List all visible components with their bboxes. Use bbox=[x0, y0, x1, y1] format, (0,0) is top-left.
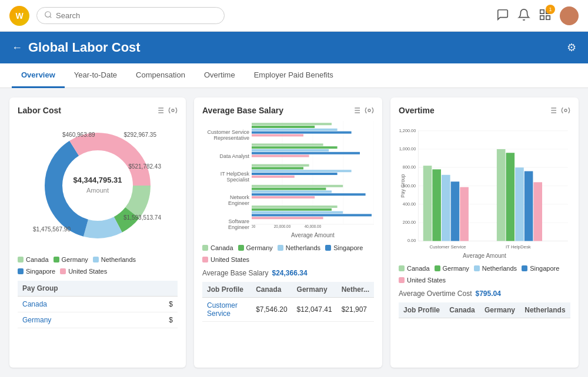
app-logo[interactable]: W bbox=[9, 6, 29, 26]
pay-group-table: Pay Group Canada $ Germany $ bbox=[18, 281, 178, 328]
tab-year-to-date[interactable]: Year-to-Date bbox=[65, 63, 126, 88]
tab-bar: Overview Year-to-Date Compensation Overt… bbox=[0, 63, 588, 88]
svg-text:0.00: 0.00 bbox=[407, 238, 416, 243]
svg-rect-45 bbox=[252, 173, 338, 175]
svg-rect-3 bbox=[540, 16, 544, 19]
svg-rect-90 bbox=[515, 167, 524, 241]
pay-group-germany-link[interactable]: Germany bbox=[22, 316, 51, 324]
legend-us: United States bbox=[60, 268, 107, 275]
overtime-chart-area: 0.00 200.00 400.00 600.00 800.00 1,000.0… bbox=[399, 121, 570, 259]
svg-text:$4,344,795.31: $4,344,795.31 bbox=[73, 176, 122, 184]
svg-rect-39 bbox=[252, 149, 329, 152]
svg-rect-44 bbox=[252, 170, 352, 172]
overtime-canada-col: Canada bbox=[445, 302, 480, 318]
legend-singapore: Singapore bbox=[18, 268, 55, 275]
svg-text:20,000.00: 20,000.00 bbox=[274, 224, 291, 228]
search-box[interactable] bbox=[36, 7, 225, 24]
overtime-chart-svg: 0.00 200.00 400.00 600.00 800.00 1,000.0… bbox=[399, 121, 570, 250]
legend-dot-netherlands bbox=[93, 257, 99, 262]
svg-rect-55 bbox=[252, 214, 372, 216]
svg-rect-38 bbox=[252, 146, 338, 149]
svg-text:800.00: 800.00 bbox=[403, 164, 416, 170]
overtime-germany-col: Germany bbox=[480, 302, 520, 318]
svg-rect-4 bbox=[546, 16, 550, 19]
svg-point-11 bbox=[172, 109, 174, 112]
svg-rect-46 bbox=[252, 176, 295, 178]
table-row: Canada $ bbox=[18, 297, 178, 312]
labor-cost-icons[interactable] bbox=[155, 106, 178, 115]
germany-col: Germany bbox=[292, 282, 337, 298]
svg-text:40,000.00: 40,000.00 bbox=[305, 224, 322, 228]
apps-icon[interactable]: 1 bbox=[539, 8, 552, 23]
svg-rect-53 bbox=[252, 208, 332, 211]
svg-text:Specialist: Specialist bbox=[509, 249, 529, 250]
apps-badge: 1 bbox=[546, 5, 555, 14]
tab-overview[interactable]: Overview bbox=[12, 63, 65, 88]
canada-val: $7,546.20 bbox=[251, 298, 292, 322]
bar-chart-container: 0.00 20,000.00 40,000.00 Average Amount bbox=[252, 121, 374, 238]
donut-label-canada: $460,963.89 bbox=[62, 132, 95, 138]
svg-rect-50 bbox=[252, 193, 366, 196]
svg-point-0 bbox=[45, 12, 51, 17]
svg-rect-47 bbox=[252, 185, 343, 187]
avg-salary-icons[interactable] bbox=[352, 106, 374, 115]
svg-rect-36 bbox=[252, 134, 303, 136]
svg-rect-86 bbox=[451, 181, 460, 241]
svg-text:Representative: Representative bbox=[432, 249, 463, 250]
job-profile-customer-service-link[interactable]: Customer Service bbox=[207, 301, 238, 318]
svg-rect-83 bbox=[423, 166, 432, 241]
job-profile-table-overtime: Job Profile Canada Germany Netherlands bbox=[399, 302, 570, 318]
svg-rect-37 bbox=[252, 143, 323, 146]
nether-val: $21,907 bbox=[337, 298, 374, 322]
svg-rect-91 bbox=[524, 171, 533, 241]
page-header-left: ← Global Labor Cost bbox=[12, 40, 141, 55]
avg-salary-header: Average Base Salary bbox=[202, 106, 374, 115]
svg-rect-92 bbox=[533, 182, 542, 241]
search-input[interactable] bbox=[56, 11, 217, 20]
svg-rect-48 bbox=[252, 188, 326, 190]
svg-rect-32 bbox=[252, 123, 332, 125]
bell-icon[interactable] bbox=[517, 8, 530, 23]
overtime-legend: Canada Germany Netherlands Singapore Uni… bbox=[399, 265, 570, 284]
job-profile-table-salary: Job Profile Canada Germany Nether... Cus… bbox=[202, 282, 374, 322]
svg-text:0.00: 0.00 bbox=[252, 224, 256, 228]
overtime-x-axis-label: Average Amount bbox=[399, 253, 570, 259]
germany-val: $12,047.41 bbox=[292, 298, 337, 322]
overtime-header: Overtime bbox=[399, 106, 570, 115]
tab-compensation[interactable]: Compensation bbox=[126, 63, 195, 88]
x-axis-title: Average Amount bbox=[252, 232, 374, 238]
svg-rect-88 bbox=[497, 149, 506, 241]
nether-col: Nether... bbox=[337, 282, 374, 298]
pay-group-value-header bbox=[141, 281, 178, 297]
overtime-summary-label: Average Overtime Cost bbox=[399, 290, 472, 298]
pay-group-canada-link[interactable]: Canada bbox=[22, 300, 47, 308]
svg-point-26 bbox=[368, 109, 370, 112]
donut-label-us: $1,475,567.90 bbox=[33, 226, 71, 233]
avg-salary-legend: Canada Germany Netherlands Singapore Uni… bbox=[202, 244, 374, 263]
chat-icon[interactable] bbox=[496, 8, 509, 23]
svg-rect-87 bbox=[460, 187, 469, 241]
svg-text:400.00: 400.00 bbox=[403, 201, 416, 207]
svg-rect-52 bbox=[252, 206, 338, 208]
svg-rect-51 bbox=[252, 196, 315, 198]
donut-label-singapore: $1,593,513.74 bbox=[123, 214, 161, 221]
svg-rect-35 bbox=[252, 132, 352, 134]
legend-netherlands: Netherlands bbox=[93, 256, 136, 263]
svg-rect-89 bbox=[506, 153, 515, 241]
labor-cost-header: Labor Cost bbox=[18, 106, 178, 115]
svg-point-66 bbox=[564, 109, 567, 112]
labor-cost-title: Labor Cost bbox=[18, 106, 61, 115]
settings-icon[interactable]: ⚙ bbox=[567, 41, 576, 54]
table-row: Germany $ bbox=[18, 312, 178, 328]
page-title: Global Labor Cost bbox=[28, 40, 141, 55]
table-row: Customer Service $7,546.20 $12,047.41 $2… bbox=[202, 298, 374, 322]
avg-salary-summary: Average Base Salary $24,366.34 bbox=[202, 269, 374, 277]
avg-salary-summary-value: $24,366.34 bbox=[272, 269, 308, 277]
overtime-icons[interactable] bbox=[548, 106, 570, 115]
tab-overtime[interactable]: Overtime bbox=[195, 63, 245, 88]
pay-group-canada-value: $ bbox=[141, 297, 178, 312]
tab-employer-paid-benefits[interactable]: Employer Paid Benefits bbox=[245, 63, 343, 88]
back-button[interactable]: ← bbox=[12, 42, 22, 54]
user-avatar[interactable] bbox=[560, 6, 579, 25]
svg-text:1,200.00: 1,200.00 bbox=[399, 128, 416, 133]
